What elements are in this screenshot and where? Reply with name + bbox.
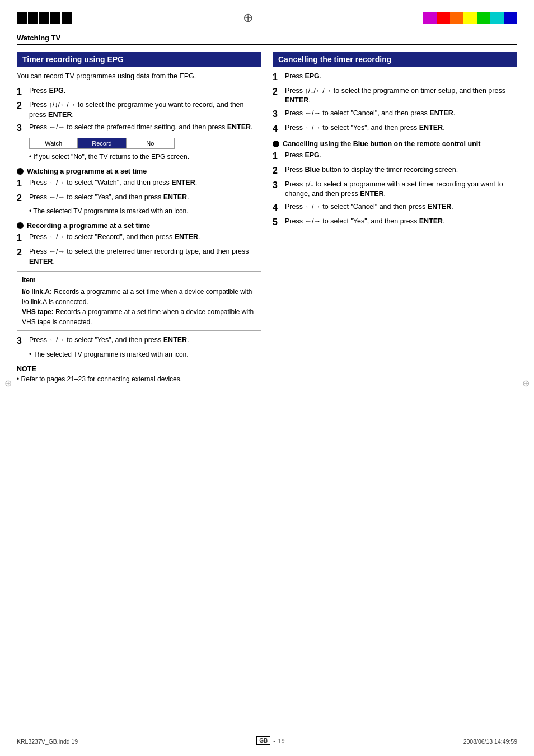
- blue-step-num-1: 1: [273, 151, 285, 162]
- bottom-left-info: KRL3237V_GB.indd 19: [17, 738, 78, 745]
- bullet-no-text: If you select "No", the TV returns to th…: [29, 152, 261, 162]
- color-bar-left: [17, 12, 73, 24]
- step-number-2: 2: [17, 100, 29, 120]
- step-text-3: Press ←/→ to select the preferred timer …: [29, 123, 261, 134]
- circle-bullet-record: [17, 222, 24, 229]
- blue-step-text-3: Press ↑/↓ to select a programme with a s…: [285, 180, 517, 199]
- blue-step-4: 4 Press ←/→ to select "Cancel" and then …: [273, 202, 517, 214]
- blue-step-2: 2 Press Blue button to display the timer…: [273, 165, 517, 177]
- file-info-left: KRL3237V_GB.indd 19: [17, 738, 78, 745]
- blue-step-num-3: 3: [273, 180, 285, 199]
- blue-step-num-5: 5: [273, 217, 285, 228]
- cancel-step-4: 4 Press ←/→ to select "Yes", and then pr…: [273, 123, 517, 135]
- color-bar-right: [423, 12, 517, 24]
- cancel-step-text-1: Press EPG.: [285, 72, 517, 83]
- record-step-text-3: Press ←/→ to select "Yes", and then pres…: [29, 335, 261, 347]
- circle-bullet-watch: [17, 168, 24, 175]
- record-step-2: 2 Press ←/→ to select the preferred time…: [17, 247, 261, 267]
- item-box-title: Item: [22, 275, 256, 285]
- blue-step-text-1: Press EPG.: [285, 151, 517, 162]
- left-section-heading: Timer recording using EPG: [17, 52, 261, 67]
- bottom-bar: KRL3237V_GB.indd 19 GB - 19 2008/06/13 1…: [0, 736, 534, 745]
- blue-step-num-2: 2: [273, 165, 285, 177]
- note-section: NOTE Refer to pages 21–23 for connecting…: [17, 365, 261, 384]
- record-step-3: 3 Press ←/→ to select "Yes", and then pr…: [17, 335, 261, 347]
- intro-text: You can record TV programmes using data …: [17, 72, 261, 82]
- blue-step-text-2: Press Blue button to display the timer r…: [285, 165, 517, 177]
- cancel-step-1: 1 Press EPG.: [273, 72, 517, 83]
- watch-step-text-1: Press ←/→ to select "Watch", and then pr…: [29, 178, 261, 190]
- section-heading: Watching TV: [17, 34, 517, 45]
- blue-step-num-4: 4: [273, 202, 285, 214]
- cancel-step-num-4: 4: [273, 123, 285, 135]
- sub-heading-blue: Cancelling using the Blue button on the …: [273, 140, 517, 148]
- left-step-3: 3 Press ←/→ to select the preferred time…: [17, 123, 261, 134]
- record-step-num-3: 3: [17, 335, 29, 347]
- option-record: Record: [78, 138, 126, 148]
- cancel-step-text-3: Press ←/→ to select "Cancel", and then p…: [285, 109, 517, 120]
- step-text-1: Press EPG.: [29, 86, 261, 98]
- blue-step-text-4: Press ←/→ to select "Cancel" and then pr…: [285, 202, 517, 214]
- sub-heading-record-label: Recording a programme at a set time: [27, 222, 150, 230]
- crosshair-center: ⊕: [243, 11, 253, 25]
- right-side-registration: ⊕: [522, 378, 530, 389]
- watch-step-2: 2 Press ←/→ to select "Yes", and then pr…: [17, 193, 261, 204]
- note-item-1: Refer to pages 21–23 for connecting exte…: [17, 375, 261, 384]
- option-watch: Watch: [30, 138, 78, 148]
- left-column: Timer recording using EPG You can record…: [17, 52, 261, 384]
- cancel-step-num-1: 1: [273, 72, 285, 83]
- page-separator: -: [273, 738, 275, 744]
- top-registration-bar: ⊕: [0, 0, 534, 34]
- blue-step-5: 5 Press ←/→ to select "Yes", and then pr…: [273, 217, 517, 228]
- record-step-text-2: Press ←/→ to select the preferred timer …: [29, 247, 261, 267]
- step-number-3: 3: [17, 123, 29, 134]
- cancel-step-2: 2 Press ↑/↓/←/→ to select the programme …: [273, 86, 517, 106]
- record-step-text-1: Press ←/→ to select "Record", and then p…: [29, 232, 261, 244]
- watch-step-text-2: Press ←/→ to select "Yes", and then pres…: [29, 193, 261, 204]
- circle-bullet-blue: [273, 141, 279, 147]
- blue-step-3: 3 Press ↑/↓ to select a programme with a…: [273, 180, 517, 199]
- right-section-heading: Cancelling the timer recording: [273, 52, 517, 67]
- cancel-step-3: 3 Press ←/→ to select "Cancel", and then…: [273, 109, 517, 120]
- step-text-2: Press ↑/↓/←/→ to select the programme yo…: [29, 100, 261, 120]
- cancel-step-text-4: Press ←/→ to select "Yes", and then pres…: [285, 123, 517, 135]
- watch-step-1: 1 Press ←/→ to select "Watch", and then …: [17, 178, 261, 190]
- left-step-1: 1 Press EPG.: [17, 86, 261, 98]
- blue-step-1: 1 Press EPG.: [273, 151, 517, 162]
- record-step-num-1: 1: [17, 232, 29, 244]
- option-table: Watch Record No: [29, 138, 175, 149]
- gb-badge: GB: [256, 736, 270, 745]
- left-step-2: 2 Press ↑/↓/←/→ to select the programme …: [17, 100, 261, 120]
- cancel-step-num-3: 3: [273, 109, 285, 120]
- watch-step-num-2: 2: [17, 193, 29, 204]
- cancel-step-text-2: Press ↑/↓/←/→ to select the programme on…: [285, 86, 517, 106]
- item-box: Item i/o link.A: Records a programme at …: [17, 271, 261, 331]
- two-column-layout: Timer recording using EPG You can record…: [17, 52, 517, 384]
- watch-bullet: The selected TV programme is marked with…: [29, 207, 261, 216]
- sub-heading-record: Recording a programme at a set time: [17, 222, 261, 230]
- watch-step-num-1: 1: [17, 178, 29, 190]
- file-info-right: 2008/06/13 14:49:59: [463, 738, 517, 745]
- record-bullet: The selected TV programme is marked with…: [29, 350, 261, 360]
- step-number-1: 1: [17, 86, 29, 98]
- page-number-area: GB - 19: [256, 736, 284, 745]
- sub-heading-blue-label: Cancelling using the Blue button on the …: [283, 140, 480, 148]
- cancel-step-num-2: 2: [273, 86, 285, 106]
- blue-step-text-5: Press ←/→ to select "Yes", and then pres…: [285, 217, 517, 228]
- main-content: Watching TV Timer recording using EPG Yo…: [0, 34, 534, 395]
- sub-heading-watch-label: Watching a programme at a set time: [27, 167, 147, 175]
- bottom-right-info: 2008/06/13 14:49:59: [463, 738, 517, 745]
- item-io-link: i/o link.A: Records a programme at a set…: [22, 287, 256, 307]
- option-no: No: [127, 138, 174, 148]
- note-title: NOTE: [17, 365, 261, 373]
- item-vhs-tape: VHS tape: Records a programme at a set t…: [22, 307, 256, 327]
- page-number: 19: [278, 738, 285, 744]
- sub-heading-watch: Watching a programme at a set time: [17, 167, 261, 175]
- record-step-1: 1 Press ←/→ to select "Record", and then…: [17, 232, 261, 244]
- left-side-registration: ⊕: [4, 378, 12, 389]
- record-step-num-2: 2: [17, 247, 29, 267]
- right-column: Cancelling the timer recording 1 Press E…: [273, 52, 517, 384]
